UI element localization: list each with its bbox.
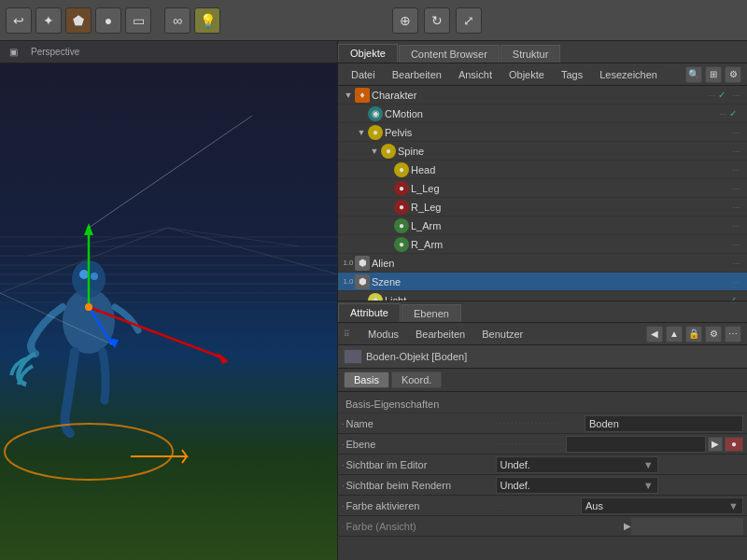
prop-ebene-arrow[interactable]: ▶ xyxy=(708,437,723,452)
tree-item-spine[interactable]: ▼ ● Spine ··· xyxy=(338,142,747,161)
expand-charakter[interactable]: ▼ xyxy=(342,89,355,102)
light-icon[interactable]: 💡 xyxy=(194,7,220,34)
svg-line-25 xyxy=(89,307,112,344)
prop-name-input[interactable] xyxy=(585,415,743,432)
object-icon[interactable]: ⬟ xyxy=(65,7,92,34)
subtab-basis[interactable]: Basis xyxy=(344,371,389,388)
attr-sub-tabs: Basis Koord. xyxy=(338,369,747,392)
tree-item-lleg[interactable]: ● L_Leg ··· xyxy=(338,179,747,198)
attr-back-icon[interactable]: ◀ xyxy=(646,326,663,343)
dropdown-arrow-icon: ▼ xyxy=(643,459,654,470)
camera-icon[interactable]: ▭ xyxy=(125,7,151,34)
prop-farbe-aktivieren-value: Aus xyxy=(585,500,603,511)
attr-menu-bearbeiten[interactable]: Bearbeiten xyxy=(408,327,472,342)
tree-item-cmotion[interactable]: ◉ CMotion ··· ✓ xyxy=(338,105,747,123)
icon-szene: ⬢ xyxy=(355,274,370,289)
svg-line-29 xyxy=(0,293,112,344)
tab-attribute[interactable]: Attribute xyxy=(338,303,401,322)
icon-alien: ⬢ xyxy=(355,256,370,271)
tree-item-rarm[interactable]: ● R_Arm ··· xyxy=(338,235,747,254)
expand-spine[interactable]: ▼ xyxy=(368,145,381,158)
move-icon[interactable]: ✦ xyxy=(35,7,62,34)
prop-farbe-ansicht-label: Farbe (Ansicht) xyxy=(346,521,496,532)
basis-section: Basis-Eigenschaften · Name ·············… xyxy=(338,392,747,540)
prop-name: · Name ················ xyxy=(338,413,747,434)
move-tool[interactable]: ⊕ xyxy=(392,7,418,34)
attr-lock-icon[interactable]: 🔒 xyxy=(685,326,702,343)
tree-item-head[interactable]: ● Head ··· xyxy=(338,161,747,179)
svg-point-20 xyxy=(5,424,173,480)
svg-point-18 xyxy=(79,270,89,279)
prop-farbe-ansicht-arrow[interactable]: ▶ xyxy=(624,521,631,531)
expand-alien[interactable]: 1.0 xyxy=(342,257,355,270)
settings-icon[interactable]: ⚙ xyxy=(725,66,741,83)
prop-ebene-more[interactable]: ● xyxy=(725,437,743,452)
attr-settings-icon[interactable]: ⚙ xyxy=(705,326,722,343)
menu-bearbeiten[interactable]: Bearbeiten xyxy=(385,67,449,82)
svg-line-2 xyxy=(28,228,168,256)
icon-lleg: ● xyxy=(394,181,409,196)
expand-head xyxy=(381,163,394,176)
svg-point-16 xyxy=(63,288,115,354)
svg-marker-26 xyxy=(107,338,119,348)
check-licht[interactable]: ✓ xyxy=(726,294,740,301)
menu-tags[interactable]: Tags xyxy=(554,67,590,82)
check-cmotion[interactable]: ✓ xyxy=(726,107,740,120)
tree-item-szene[interactable]: 1.0 ⬢ Szene ··· xyxy=(338,273,747,291)
label-pelvis: Pelvis xyxy=(385,127,728,138)
prop-sichtbar-rendern: · Sichtbar beim Rendern Undef. ▼ xyxy=(338,475,747,496)
prop-sichtbar-editor: · Sichtbar im Editor Undef. ▼ xyxy=(338,455,747,475)
tab-struktur[interactable]: Struktur xyxy=(500,45,561,63)
filter-icon[interactable]: ⊞ xyxy=(705,66,722,83)
sphere-icon[interactable]: ● xyxy=(95,7,121,34)
tree-item-charakter[interactable]: ▼ ♦ Charakter ··· ✓ ··· xyxy=(338,86,747,105)
vp-view-icon[interactable]: ▣ xyxy=(6,45,21,59)
prop-ebene-label: Ebene xyxy=(346,439,496,450)
svg-line-3 xyxy=(168,228,299,246)
tree-item-larm[interactable]: ● L_Arm ··· xyxy=(338,217,747,235)
attr-forward-icon[interactable]: ▲ xyxy=(666,326,683,343)
menu-objekte[interactable]: Objekte xyxy=(501,67,552,82)
prop-farbe-ansicht-value[interactable] xyxy=(631,518,743,535)
rotate-tool[interactable]: ↻ xyxy=(424,7,450,34)
attr-menu-benutzer[interactable]: Benutzer xyxy=(474,327,530,342)
viewport[interactable]: ▣ Perspective xyxy=(0,41,338,560)
subtab-koord[interactable]: Koord. xyxy=(391,371,442,388)
prop-farbe-aktivieren-dropdown[interactable]: Aus ▼ xyxy=(581,497,743,514)
check-charakter[interactable]: ✓ xyxy=(715,89,728,102)
prop-sichtbar-rendern-value: Undef. xyxy=(500,480,530,491)
attr-more-icon[interactable]: ⋯ xyxy=(725,326,741,343)
tree-item-rleg[interactable]: ● R_Leg ··· xyxy=(338,198,747,217)
svg-line-1 xyxy=(168,228,337,274)
prop-ebene-input[interactable] xyxy=(566,436,706,453)
menu-ansicht[interactable]: Ansicht xyxy=(451,67,500,82)
icon-head: ● xyxy=(394,162,409,177)
attr-menu-modus[interactable]: Modus xyxy=(360,327,406,342)
tab-objekte[interactable]: Objekte xyxy=(338,44,398,63)
prop-sichtbar-rendern-dropdown[interactable]: Undef. ▼ xyxy=(496,477,658,494)
expand-szene[interactable]: 1.0 xyxy=(342,275,355,288)
tree-item-pelvis[interactable]: ▼ ● Pelvis ··· xyxy=(338,123,747,142)
tree-item-licht[interactable]: ✦ Licht ··· ✓ xyxy=(338,291,747,301)
menu-datei[interactable]: Datei xyxy=(344,67,383,82)
search-icon[interactable]: 🔍 xyxy=(685,66,702,83)
loop-icon[interactable]: ∞ xyxy=(164,7,190,34)
tab-ebenen[interactable]: Ebenen xyxy=(402,304,461,322)
prop-sichtbar-editor-label: Sichtbar im Editor xyxy=(346,459,496,470)
vp-perspective[interactable]: Perspective xyxy=(27,45,83,59)
prop-sichtbar-editor-dropdown[interactable]: Undef. ▼ xyxy=(496,456,658,473)
expand-cmotion xyxy=(355,107,368,120)
menu-lesezeichen[interactable]: Lesezeichen xyxy=(592,67,665,82)
tab-content-browser[interactable]: Content Browser xyxy=(399,45,500,63)
main-layout: ▣ Perspective xyxy=(0,41,747,560)
label-cmotion: CMotion xyxy=(385,108,715,119)
undo-icon[interactable]: ↩ xyxy=(6,7,32,34)
label-rleg: R_Leg xyxy=(411,202,728,213)
viewport-header: ▣ Perspective xyxy=(0,41,337,63)
expand-pelvis[interactable]: ▼ xyxy=(355,126,368,139)
attribute-menu: ⠿ Modus Bearbeiten Benutzer ◀ ▲ 🔒 ⚙ ⋯ xyxy=(338,323,747,345)
scale-tool[interactable]: ⤢ xyxy=(456,7,482,34)
basis-section-title: Basis-Eigenschaften xyxy=(338,396,747,413)
icon-larm: ● xyxy=(394,218,409,233)
tree-item-alien[interactable]: 1.0 ⬢ Alien ··· xyxy=(338,254,747,273)
